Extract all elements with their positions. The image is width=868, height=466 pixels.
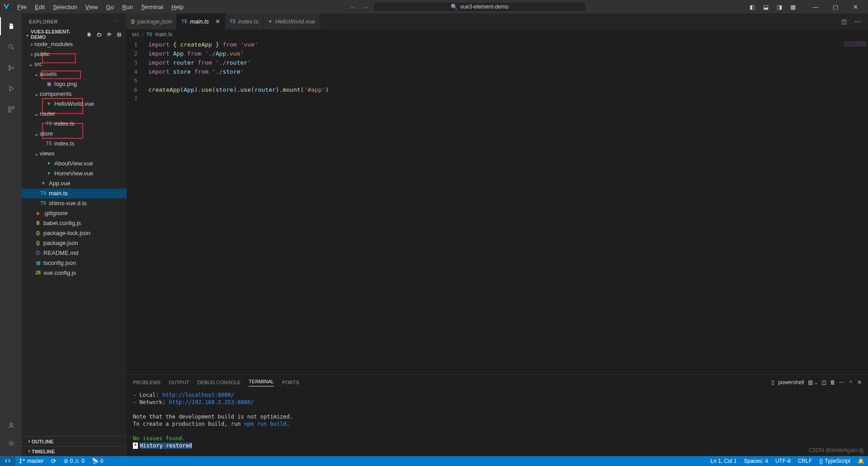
window-close[interactable]: ✕	[845, 0, 865, 14]
tab-index.ts[interactable]: TSindex.ts	[225, 14, 264, 29]
layout-sidebar-left-icon[interactable]: ◧	[747, 2, 758, 12]
menu-view[interactable]: View	[82, 2, 102, 12]
problems-counter[interactable]: ⊘0⚠0	[60, 456, 88, 466]
split-editor-icon[interactable]: ◫	[839, 16, 849, 27]
settings-activity[interactable]	[0, 434, 22, 452]
breadcrumb[interactable]: src › TS main.ts	[127, 29, 868, 39]
tab-output[interactable]: OUTPUT	[169, 380, 189, 385]
editor[interactable]: 1234567 import { createApp } from 'vue'i…	[127, 39, 868, 375]
tab-main.ts[interactable]: TSmain.ts✕	[177, 14, 225, 29]
remote-indicator[interactable]	[0, 456, 15, 466]
tab-HelloWorld.vue[interactable]: ▼HelloWorld.vue	[264, 14, 320, 29]
new-file-icon[interactable]: 🗎	[85, 32, 93, 38]
kill-terminal-icon[interactable]: 🗑	[830, 379, 835, 386]
project-header[interactable]: ⌄ VUE3-ELEMENT-DEMO 🗎 🗀 ⟳ ⊟	[22, 29, 127, 39]
file-babel.config.js[interactable]: Bbabel.config.js	[22, 218, 127, 228]
file-main.ts[interactable]: TSmain.ts	[22, 188, 127, 198]
indentation[interactable]: Spaces: 4	[741, 456, 772, 466]
encoding[interactable]: UTF-8	[772, 456, 794, 466]
file-tree: ⌄node_modules⌄public⌄src⌄assets▣logo.png…	[22, 39, 127, 436]
menu-help[interactable]: Help	[168, 2, 187, 12]
nav-forward-icon[interactable]: →	[360, 2, 370, 12]
more-actions-icon[interactable]: ⋯	[852, 16, 863, 27]
account-activity[interactable]	[0, 416, 22, 434]
file-package-lock.json[interactable]: {}package-lock.json	[22, 228, 127, 238]
timeline-section[interactable]: ⌄ TIMELINE	[22, 446, 127, 456]
collapse-all-icon[interactable]: ⊟	[115, 32, 123, 38]
terminal-prof-name[interactable]: powershell	[778, 379, 804, 386]
code-content[interactable]: import { createApp } from 'vue'import Ap…	[145, 39, 329, 375]
extensions-activity[interactable]	[0, 100, 22, 118]
menu-run[interactable]: Run	[118, 2, 137, 12]
eol[interactable]: CRLF	[794, 456, 816, 466]
layout-customize-icon[interactable]: ▦	[788, 2, 798, 12]
explorer-more-icon[interactable]: ⋯	[114, 19, 120, 24]
file-label: .gitignore	[43, 208, 67, 218]
tab-terminal[interactable]: TERMINAL	[249, 379, 274, 386]
folder-assets[interactable]: ⌄assets	[22, 69, 127, 79]
file-AboutView.vue[interactable]: ▼AboutView.vue	[22, 159, 127, 169]
folder-components[interactable]: ⌄components	[22, 89, 127, 99]
tab-package.json[interactable]: {}package.json	[127, 14, 177, 29]
new-terminal-icon[interactable]: ▥ ⌄	[808, 379, 818, 386]
file-HomeView.vue[interactable]: ▼HomeView.vue	[22, 169, 127, 179]
new-folder-icon[interactable]: 🗀	[95, 32, 103, 38]
file-tsconfig.json[interactable]: ▤tsconfig.json	[22, 258, 127, 268]
file-package.json[interactable]: {}package.json	[22, 238, 127, 248]
window-minimize[interactable]: —	[806, 0, 826, 14]
close-icon[interactable]: ✕	[215, 18, 220, 25]
file-vue.config.js[interactable]: JSvue.config.js	[22, 268, 127, 278]
git-sync[interactable]: ⟳	[47, 456, 60, 466]
ports-counter[interactable]: 📡0	[88, 456, 107, 466]
git-branch[interactable]: master	[15, 456, 47, 466]
folder-node_modules[interactable]: ⌄node_modules	[22, 39, 127, 49]
folder-store[interactable]: ⌄store	[22, 129, 127, 139]
split-terminal-icon[interactable]: ◫	[821, 379, 826, 386]
file-App.vue[interactable]: ▼App.vue	[22, 179, 127, 188]
file-logo.png[interactable]: ▣logo.png	[22, 79, 127, 89]
menu-terminal[interactable]: Terminal	[137, 2, 167, 12]
menu-go[interactable]: Go	[103, 2, 118, 12]
explorer-activity[interactable]	[0, 17, 22, 35]
refresh-icon[interactable]: ⟳	[105, 32, 113, 38]
editor-group: {}package.jsonTSmain.ts✕TSindex.ts▼Hello…	[127, 14, 868, 456]
cursor-position[interactable]: Ln 1, Col 1	[707, 456, 741, 466]
tab-problems[interactable]: PROBLEMS	[133, 380, 160, 385]
nav-back-icon[interactable]: ←	[348, 2, 358, 12]
outline-section[interactable]: ⌄ OUTLINE	[22, 436, 127, 446]
app-icon	[3, 3, 10, 10]
file-.gitignore[interactable]: ◆.gitignore	[22, 208, 127, 218]
file-index.ts[interactable]: TSindex.ts	[22, 139, 127, 149]
window-maximize[interactable]: ▢	[826, 0, 845, 14]
breadcrumb-seg: src	[132, 31, 139, 38]
language-mode[interactable]: {}TypeScript	[816, 456, 854, 466]
menu-edit[interactable]: Edit	[31, 2, 48, 12]
run-debug-activity[interactable]	[0, 80, 22, 98]
tab-ports[interactable]: PORTS	[282, 380, 299, 385]
folder-views[interactable]: ⌄views	[22, 149, 127, 159]
folder-router[interactable]: ⌄router	[22, 109, 127, 119]
minimap[interactable]	[844, 41, 866, 47]
file-README.md[interactable]: ⓘREADME.md	[22, 248, 127, 258]
file-index.ts[interactable]: TSindex.ts	[22, 119, 127, 129]
file-label: HomeView.vue	[54, 169, 93, 179]
menu-selection[interactable]: Selection	[49, 2, 80, 12]
layout-sidebar-right-icon[interactable]: ◨	[774, 2, 785, 12]
file-label: package-lock.json	[43, 228, 90, 238]
notifications-bell[interactable]: 🔔	[854, 456, 868, 466]
panel-close-icon[interactable]: ✕	[857, 379, 862, 386]
source-control-activity[interactable]	[0, 59, 22, 77]
folder-src[interactable]: ⌄src	[22, 59, 127, 69]
menu-file[interactable]: File	[14, 2, 30, 12]
search-activity[interactable]	[0, 38, 22, 56]
file-label: README.md	[43, 248, 78, 258]
file-shims-vue.d.ts[interactable]: TSshims-vue.d.ts	[22, 198, 127, 208]
tab-debug-console[interactable]: DEBUG CONSOLE	[197, 380, 241, 385]
command-center[interactable]: 🔍 vue3-element-demo	[373, 2, 586, 12]
panel-more-icon[interactable]: ⋯	[839, 379, 844, 386]
layout-panel-icon[interactable]: ⬓	[760, 2, 771, 12]
file-HelloWorld.vue[interactable]: ▼HelloWorld.vue	[22, 99, 127, 109]
panel-maximize-icon[interactable]: ＾	[848, 379, 854, 386]
folder-public[interactable]: ⌄public	[22, 49, 127, 59]
terminal-view[interactable]: - Local: http://localhost:8080/ - Networ…	[127, 390, 868, 456]
